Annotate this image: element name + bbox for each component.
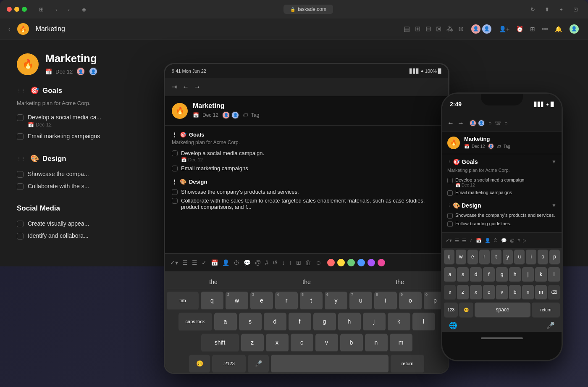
phone-more-toolbar-icon[interactable]: ▷ <box>523 238 526 243</box>
calendar-view-icon[interactable]: ⊠ <box>436 25 441 33</box>
user-avatar[interactable]: 👤 <box>569 24 580 34</box>
phone-o-key[interactable]: o <box>538 250 548 265</box>
g-key[interactable]: g <box>313 313 336 331</box>
phone-forward-icon[interactable]: → <box>457 119 464 127</box>
phone-avatar-2[interactable]: 👤 <box>478 119 485 127</box>
task-checkbox[interactable] <box>17 233 24 240</box>
a-key[interactable]: a <box>214 313 237 331</box>
back-icon[interactable]: ‹ <box>50 3 62 15</box>
assign-icon[interactable]: 👤 <box>222 259 229 266</box>
maximize-button[interactable] <box>22 7 27 12</box>
phone-emoji-key[interactable]: 😊 <box>459 303 473 318</box>
phone-v-key[interactable]: v <box>496 285 508 300</box>
list-view-icon[interactable]: ▤ <box>404 25 410 33</box>
d-key[interactable]: d <box>264 313 286 331</box>
phone-b-key[interactable]: b <box>509 285 521 300</box>
phone-x-key[interactable]: x <box>470 285 482 300</box>
meta-avatar-1[interactable]: 👤 <box>76 67 85 76</box>
undo-icon[interactable]: ↺ <box>273 259 278 266</box>
y-key[interactable]: 6y <box>325 292 347 310</box>
phone-globe-icon[interactable]: 🌐 <box>449 321 457 329</box>
x-key[interactable]: x <box>266 334 289 352</box>
tablet-design-checkbox-2[interactable] <box>172 198 178 204</box>
phone-h-key[interactable]: h <box>509 267 521 282</box>
color-purple[interactable] <box>368 259 375 266</box>
return-key[interactable]: return <box>391 355 424 373</box>
task-checkbox[interactable] <box>17 183 24 190</box>
e-key[interactable]: 3e <box>250 292 273 310</box>
phone-task-checkbox-1[interactable] <box>447 178 453 183</box>
m-key[interactable]: m <box>390 334 412 352</box>
phone-checklist-icon[interactable]: ✓ <box>469 238 473 243</box>
task-checkbox[interactable] <box>17 133 24 140</box>
phone-r-key[interactable]: r <box>479 250 490 265</box>
phone-t-key[interactable]: t <box>491 250 501 265</box>
phone-l-key[interactable]: l <box>548 267 560 282</box>
phone-d-key[interactable]: d <box>470 267 482 282</box>
phone-u-key[interactable]: u <box>514 250 525 265</box>
phone-shift-key[interactable]: ⇧ <box>444 285 456 300</box>
phone-p-key[interactable]: p <box>549 250 560 265</box>
phone-f-key[interactable]: f <box>483 267 495 282</box>
tablet-avatar-2[interactable]: 👤 <box>231 111 239 119</box>
phone-z-key[interactable]: z <box>457 285 469 300</box>
w-key[interactable]: 2w <box>226 292 248 310</box>
color-yellow[interactable] <box>337 259 345 266</box>
space-key[interactable] <box>271 355 388 373</box>
n-key[interactable]: n <box>365 334 388 352</box>
tab-key[interactable]: tab <box>167 292 199 310</box>
phone-hashtag-icon[interactable]: # <box>517 238 520 243</box>
more-icon[interactable]: ••• <box>542 26 548 32</box>
phone-date-icon[interactable]: 📅 <box>476 238 482 243</box>
color-pink[interactable] <box>378 259 385 266</box>
back-button[interactable]: ‹ <box>8 26 10 32</box>
color-blue[interactable] <box>357 259 365 266</box>
shift-key[interactable]: shift <box>201 334 239 352</box>
duplicate-icon[interactable]: ⊞ <box>296 259 301 266</box>
numbers-key[interactable]: .?123 <box>212 355 246 373</box>
phone-check-icon[interactable]: ✓▾ <box>446 238 452 243</box>
k-key[interactable]: k <box>388 313 410 331</box>
q-key[interactable]: q <box>201 292 223 310</box>
h-key[interactable]: h <box>338 313 361 331</box>
check-dropdown-icon[interactable]: ✓▾ <box>170 259 178 266</box>
emoji-key[interactable]: 😊 <box>189 355 210 373</box>
meta-avatar-2[interactable]: 👤 <box>89 67 98 76</box>
checklist-icon[interactable]: ✓ <box>202 259 207 266</box>
phone-c-key[interactable]: c <box>483 285 495 300</box>
j-key[interactable]: j <box>363 313 386 331</box>
phone-j-key[interactable]: j <box>522 267 534 282</box>
phone-indent-icon[interactable]: ☰ <box>462 238 466 243</box>
phone-mic-icon[interactable]: 🎤 <box>546 321 555 329</box>
u-key[interactable]: 7u <box>349 292 372 310</box>
drag-handle-icon[interactable]: ⋮⋮ <box>17 156 25 161</box>
phone-avatar-1[interactable]: 👤 <box>469 119 477 127</box>
sidebar-toggle-icon[interactable]: ⊞ <box>35 3 47 15</box>
mention-icon[interactable]: @ <box>255 259 261 266</box>
timer-icon[interactable]: ⏱ <box>234 259 239 266</box>
outdent-icon[interactable]: ☰ <box>182 259 188 266</box>
c-key[interactable]: c <box>291 334 313 352</box>
drag-handle-icon[interactable]: ⋮⋮ <box>17 88 25 93</box>
phone-mention-icon[interactable]: @ <box>510 238 514 243</box>
tablet-back-icon[interactable]: ← <box>182 83 189 91</box>
phone-i-key[interactable]: i <box>526 250 536 265</box>
indent-icon[interactable]: ☰ <box>192 259 197 266</box>
delete-icon[interactable]: 🗑 <box>305 259 311 266</box>
phone-search-icon[interactable]: ○ <box>488 120 491 126</box>
minimize-button[interactable] <box>14 7 19 12</box>
home-bar[interactable] <box>481 337 523 339</box>
tab-overview-icon[interactable]: ⊡ <box>570 3 581 15</box>
table-view-icon[interactable]: ⊟ <box>425 25 431 33</box>
url-bar[interactable]: 🔒 taskade.com <box>284 5 333 14</box>
hashtag-icon[interactable]: # <box>265 259 268 266</box>
l-key[interactable]: l <box>412 313 435 331</box>
phone-s-key[interactable]: s <box>457 267 469 282</box>
bell-icon[interactable]: 🔔 <box>555 26 562 32</box>
tablet-task-checkbox[interactable] <box>172 166 178 171</box>
date-icon[interactable]: 📅 <box>211 259 218 266</box>
phone-q-key[interactable]: q <box>444 250 454 265</box>
avatar-1[interactable]: 👤 <box>470 24 481 34</box>
color-green[interactable] <box>347 259 355 266</box>
phone-w-key[interactable]: w <box>456 250 466 265</box>
